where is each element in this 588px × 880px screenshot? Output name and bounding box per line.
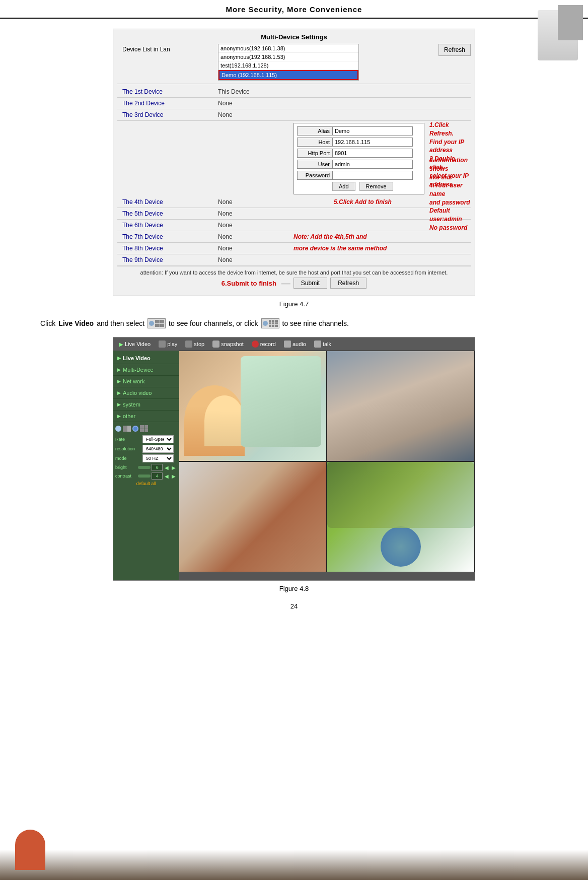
device-list-section: Device List in Lan anonymous(192.168.1.3… [117,44,471,84]
bright-control-row: bright 6 ◀ ▶ [115,464,177,471]
toolbar-play[interactable]: play [156,340,180,349]
submit-button[interactable]: Submit [293,278,327,289]
para-text4: to see nine channels. [282,318,349,329]
figure-47-caption: Figure 4.7 [279,300,309,308]
dropdown-list[interactable]: anonymous(192.168.1.38) anonymous(192.16… [218,44,359,81]
annotations-area: 1.Click Refresh. Find your IP address 2.… [424,121,471,196]
annotation-note2: more device is the same method [293,245,387,252]
remove-button[interactable]: Remove [359,182,393,191]
toolbar-record[interactable]: record [249,340,279,349]
channel-selector [113,422,179,434]
sidebar-item-audio-video[interactable]: ▶ Audio video [113,387,179,399]
resolution-dropdown[interactable]: 640*480 [142,445,174,453]
device-row-label: The 3rd Device [117,111,218,118]
snapshot-icon [212,341,219,348]
device-row-1st: The 1st Device This Device [117,86,471,98]
grid-cell [155,320,160,323]
chevron-right-icon: ▶ [117,379,121,384]
toolbar-stop[interactable]: stop [182,340,207,349]
device-row-label: The 2nd Device [117,100,218,107]
device-row-label: The 4th Device [117,198,218,206]
bright-slider[interactable] [138,466,151,469]
bright-increment[interactable]: ▶ [171,465,177,470]
figure-48-container: ▶ Live Video play stop snapshot re [40,337,548,592]
toolbar-live-video[interactable]: ▶ Live Video [116,340,154,348]
sidebar-item-system[interactable]: ▶ system [113,399,179,411]
user-input[interactable] [332,160,413,169]
multi-device-panel: Multi-Device Settings Device List in Lan… [113,29,475,296]
sidebar-label: system [123,401,140,408]
play-icon [159,341,166,348]
toolbar-label: audio [292,341,306,347]
toolbar-label: record [260,341,276,347]
alias-label: Alias [297,126,332,136]
refresh-button-bottom[interactable]: Refresh [330,278,366,289]
host-input[interactable] [332,138,413,147]
dropdown-item[interactable]: anonymous(192.168.1.38) [218,44,358,53]
alias-input[interactable] [332,126,413,136]
sidebar-item-live-video[interactable]: ▶ Live Video [113,353,179,364]
form-area: Alias Host Http Port User [117,121,471,196]
device-row-4th: The 4th Device None 5.Click Add to finis… [117,196,471,208]
four-channel-icon-wrapper [148,318,166,328]
figure-48-caption: Figure 4.8 [279,585,309,592]
submit-row: 6.Submit to finish — Submit Refresh [120,278,468,289]
sidebar-item-multi-device[interactable]: ▶ Multi-Device [113,364,179,376]
user-label: User [297,160,332,169]
dropdown-item[interactable]: test(192.168.1.128) [218,61,358,70]
single-channel-icon[interactable] [115,426,121,432]
device-row-value: This Device [218,88,250,95]
sidebar-item-other[interactable]: ▶ other [113,411,179,422]
lv-body: ▶ Live Video ▶ Multi-Device ▶ Net work ▶… [113,351,475,580]
bright-value: 6 [152,464,163,471]
video-cell-4 [327,461,475,572]
lv-sidebar: ▶ Live Video ▶ Multi-Device ▶ Net work ▶… [113,351,179,580]
device-list-dropdown[interactable]: anonymous(192.168.1.38) anonymous(192.16… [218,44,435,81]
device-row-label: The 6th Device [117,222,218,229]
device-row-3rd: The 3rd Device None [117,109,471,121]
password-input[interactable] [332,171,413,180]
lv-video-grid [179,351,475,572]
form-row-host: Host [297,138,421,147]
mode-dropdown[interactable]: 50 HZ [142,454,174,462]
chevron-right-icon: ▶ [117,356,121,361]
grid-cell [275,322,277,324]
add-button[interactable]: Add [332,182,355,191]
rate-dropdown[interactable]: Full-Speed [142,435,174,443]
contrast-slider[interactable] [138,475,151,478]
device-row-5th: The 5th Device None [117,208,471,220]
grid-cell [160,324,165,327]
active-channel-icon[interactable] [132,426,138,432]
grid-cell [269,320,271,322]
refresh-button-top[interactable]: Refresh [438,44,471,56]
contrast-decrement[interactable]: ◀ [164,473,170,479]
device-list-label: Device List in Lan [117,44,218,53]
contrast-control-row: contrast 4 ◀ ▶ [115,472,177,480]
four-channel-select-icon[interactable] [140,425,148,432]
port-input[interactable] [332,149,413,158]
toolbar-snapshot[interactable]: snapshot [209,340,247,349]
sidebar-label: Multi-Device [123,367,154,373]
default-all-button[interactable]: default all [115,481,177,486]
device-row-value: None [218,233,233,240]
dropdown-item-selected[interactable]: Demo (192.168.1.115) [218,70,358,80]
header-title: More Security, More Convenience [226,5,362,14]
bright-decrement[interactable]: ◀ [164,465,170,470]
toolbar-label: snapshot [221,341,244,347]
circle-icon [149,321,154,326]
device-row-value: None [218,111,233,118]
two-channel-icon[interactable] [123,426,131,432]
para-text1: Click [40,318,55,329]
contrast-label: contrast [115,473,137,479]
toolbar-talk[interactable]: talk [311,340,334,349]
dropdown-item[interactable]: anonymous(192.168.1.53) [218,53,358,61]
form-buttons: Add Remove [297,182,421,191]
sidebar-label: Live Video [123,355,151,361]
panel-title: Multi-Device Settings [117,33,471,41]
device-row-8th: The 8th Device None more device is the s… [117,243,471,254]
sidebar-item-network[interactable]: ▶ Net work [113,376,179,387]
contrast-increment[interactable]: ▶ [171,473,177,479]
video-bathroom [179,462,326,572]
toolbar-audio[interactable]: audio [281,340,309,349]
grid-cell [269,325,271,327]
